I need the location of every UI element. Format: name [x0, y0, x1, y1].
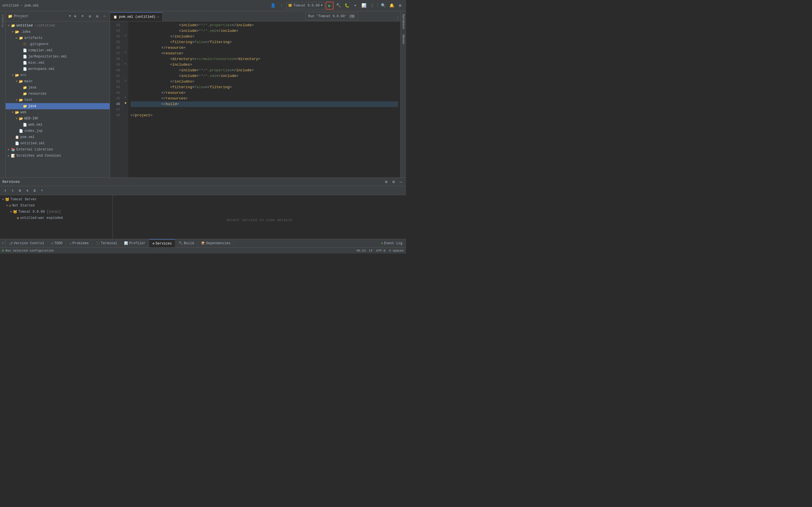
web-xml-file[interactable]: 📄 web.xml: [6, 122, 110, 128]
code-line-46: </build>: [131, 101, 398, 107]
svc-expand-all[interactable]: ⬆: [2, 187, 8, 194]
bottom-panel: Services ⚙ ⚙ — ⬆ ⬇ ⊞ ⚗ ≣ + ▼ 🐱 Tomcat Se…: [0, 177, 406, 245]
root-name: untitled ~/untitled: [16, 24, 55, 27]
svc-group[interactable]: ≣: [32, 187, 38, 194]
resources-folder[interactable]: 📁 resources: [6, 91, 110, 97]
tree-root[interactable]: ▼ 📁 untitled ~/untitled: [6, 22, 110, 29]
gitignore-file[interactable]: 🗒 .gitignore: [6, 41, 110, 47]
update-icon[interactable]: ↑: [278, 2, 285, 9]
tomcat-local-icon: 🐱: [13, 210, 17, 214]
external-libraries[interactable]: ▶ 📚 External Libraries: [6, 147, 110, 153]
tab-dependencies[interactable]: 📦 Dependencies: [198, 239, 234, 247]
run-config-selector[interactable]: 🐱 Tomcat 9.0.60 ▼: [286, 2, 324, 9]
test-icon: 📂: [18, 98, 23, 102]
test-folder[interactable]: ▼ 📂 test: [6, 97, 110, 103]
svc-not-started[interactable]: ▼ ⚙ Not Started: [0, 203, 112, 209]
settings-icon[interactable]: ⚙: [396, 2, 404, 9]
workspace-label: workspace.xml: [28, 67, 55, 71]
status-encoding[interactable]: UTF-8: [376, 249, 386, 252]
svc-plus[interactable]: +: [39, 187, 45, 194]
database-tab[interactable]: Database: [401, 11, 406, 32]
run-config-dropdown-icon[interactable]: ▼: [321, 4, 322, 7]
svc-collapse-all[interactable]: ⬇: [10, 187, 16, 194]
iml-file[interactable]: 📄 untitled.iml: [6, 140, 110, 147]
account-icon[interactable]: 👤: [269, 2, 276, 9]
webinf-folder[interactable]: ▼ 📂 WEB-INF: [6, 115, 110, 122]
services-icon: ⚙: [153, 242, 154, 245]
ext-lib-label: External Libraries: [16, 148, 53, 152]
collapse-all-btn[interactable]: ≡: [80, 13, 86, 19]
code-line-45: </resources>: [131, 96, 398, 101]
structure-side-tab[interactable]: S: [0, 239, 6, 247]
services-config-icon[interactable]: ⚙: [391, 179, 396, 185]
tab-problems[interactable]: ⚠ Problems: [66, 239, 92, 247]
search-icon[interactable]: 🔍: [379, 2, 387, 9]
svc-filter[interactable]: ⚗: [24, 187, 31, 194]
misc-file[interactable]: 📄 misc.xml: [6, 60, 110, 66]
svc-tomcat-local[interactable]: ▼ 🐱 Tomcat 9.0.60 [local]: [0, 209, 112, 215]
project-title-dropdown[interactable]: ▼: [69, 15, 71, 18]
svc-tomcat-local-label: Tomcat 9.0.60 [local]: [18, 210, 61, 214]
compiler-file[interactable]: 📄 compiler.xml: [6, 47, 110, 54]
tab-build[interactable]: 🔨 Build: [175, 239, 198, 247]
locate-file-btn[interactable]: ⊕: [72, 13, 78, 19]
jsp-icon: 📄: [18, 129, 23, 133]
editor-tab-pom[interactable]: 📋 pom.xml (untitled) ✕: [110, 12, 163, 21]
coverage-icon[interactable]: ☂: [352, 2, 359, 9]
notifications-icon[interactable]: 🔔: [388, 2, 395, 9]
tab-profiler[interactable]: 📊 Profiler: [121, 239, 149, 247]
artifacts-icon: 📁: [18, 36, 23, 40]
status-run-config-label[interactable]: Run selected configuration: [5, 249, 54, 252]
minimize-btn[interactable]: —: [102, 13, 107, 19]
terminal-icon: ⬛: [96, 241, 100, 245]
filter-btn[interactable]: ⚙: [87, 13, 93, 19]
jar-repos-file[interactable]: 📄 jarRepositories.xml: [6, 54, 110, 60]
svc-add-server[interactable]: ⊞: [17, 187, 23, 194]
idea-folder[interactable]: ▼ 📂 .idea: [6, 29, 110, 35]
tab-terminal[interactable]: ⬛ Terminal: [93, 239, 121, 247]
main-java-folder[interactable]: 📁 java: [6, 84, 110, 91]
status-line-sep[interactable]: LF: [369, 249, 373, 252]
editor-tabs-menu[interactable]: ⋮: [395, 14, 400, 21]
svc-war-artifact[interactable]: ⚙ untitled:war exploded: [0, 215, 112, 221]
run-button[interactable]: ▶: [326, 2, 334, 10]
svc-tomcat-server[interactable]: ▼ 🐱 Tomcat Server: [0, 196, 112, 203]
tab-event-log[interactable]: ● Event Log: [378, 239, 406, 247]
code-line-37: <resource>: [131, 51, 398, 56]
status-indent[interactable]: 4 spaces: [389, 249, 404, 252]
build-label: Build: [184, 241, 194, 245]
tab-services[interactable]: ⚙ Services: [149, 239, 175, 247]
index-jsp-file[interactable]: 📄 index.jsp: [6, 128, 110, 134]
services-minimize-icon[interactable]: —: [398, 179, 404, 185]
maven-tab[interactable]: Maven: [401, 32, 406, 47]
services-header: Services ⚙ ⚙ —: [0, 178, 406, 186]
artifacts-folder[interactable]: ▶ 📁 artifacts: [6, 35, 110, 41]
settings-btn[interactable]: ⚙: [94, 13, 100, 19]
iml-icon: 📄: [15, 141, 19, 146]
tab-version-control[interactable]: ⎇ Version Control: [6, 239, 48, 247]
web-folder[interactable]: ▼ 📂 web: [6, 109, 110, 115]
project-sidebar-tab[interactable]: Project: [0, 11, 5, 30]
pom-file[interactable]: 📋 pom.xml: [6, 134, 110, 140]
build-icon[interactable]: 🔨: [335, 2, 342, 9]
src-folder[interactable]: ▼ 📂 src: [6, 72, 110, 78]
gitignore-label: .gitignore: [28, 42, 49, 46]
test-java-folder[interactable]: 📁 java: [6, 103, 110, 109]
test-java-icon: 📁: [22, 104, 27, 108]
tab-todo[interactable]: ☑ TODO: [48, 239, 66, 247]
workspace-icon: 📄: [22, 67, 27, 71]
debug-icon[interactable]: 🐛: [343, 2, 350, 9]
todo-icon: ☑: [51, 241, 53, 245]
idea-label: .idea: [20, 30, 31, 34]
status-line-col[interactable]: 46:13: [356, 249, 366, 252]
services-settings-icon[interactable]: ⚙: [384, 179, 389, 185]
workspace-file[interactable]: 📄 workspace.xml: [6, 66, 110, 72]
scratches-consoles[interactable]: ▶ 📝 Scratches and Consoles: [6, 153, 110, 159]
main-folder[interactable]: ▼ 📂 main: [6, 78, 110, 84]
editor-tab-close[interactable]: ✕: [157, 15, 159, 19]
more-run-icon[interactable]: ⋮: [368, 2, 376, 9]
index-jsp-label: index.jsp: [24, 129, 43, 133]
window-title: untitled – pom.xml: [2, 4, 39, 8]
services-content: ▼ 🐱 Tomcat Server ▼ ⚙ Not Started ▼ 🐱 To…: [0, 195, 406, 245]
profiler-icon[interactable]: 📊: [360, 2, 367, 9]
